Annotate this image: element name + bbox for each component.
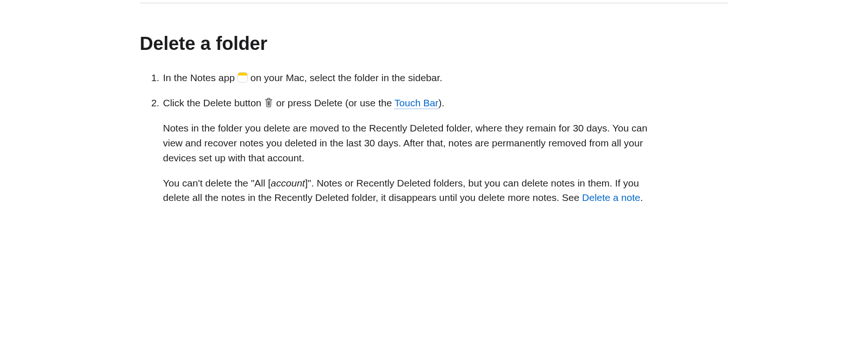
trash-icon (264, 97, 273, 108)
step-1-text-after: on your Mac, select the folder in the si… (248, 72, 442, 83)
delete-a-note-link[interactable]: Delete a note (582, 192, 640, 203)
step-2: Click the Delete button or press Delete … (162, 96, 728, 205)
p2-a: You can't delete the "All [ (163, 178, 271, 188)
touch-bar-link[interactable]: Touch Bar (394, 97, 439, 109)
p2-c: . (640, 192, 643, 203)
step-1: In the Notes app on your Mac, select the… (162, 70, 728, 85)
notes-app-icon (237, 72, 248, 83)
step-2-text-mid: or press Delete (or use the (273, 97, 394, 108)
step-2-para-2: You can't delete the "All [account]". No… (163, 176, 657, 206)
step-2-para-1: Notes in the folder you delete are moved… (163, 121, 657, 166)
page-title: Delete a folder (140, 29, 728, 57)
steps-list: In the Notes app on your Mac, select the… (140, 70, 728, 205)
p2-italic: account (271, 178, 305, 188)
divider (140, 3, 728, 3)
step-2-text-after: ). (439, 97, 445, 108)
step-2-text-before: Click the Delete button (163, 97, 264, 108)
step-1-text-before: In the Notes app (163, 72, 237, 83)
